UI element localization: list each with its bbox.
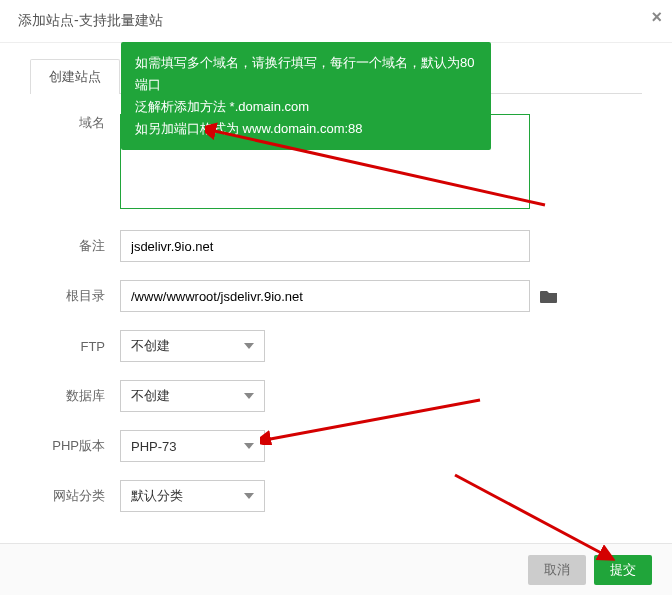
db-select[interactable]: 不创建 bbox=[120, 380, 265, 412]
php-select[interactable]: PHP-73 bbox=[120, 430, 265, 462]
note-input[interactable] bbox=[120, 230, 530, 262]
root-input[interactable] bbox=[120, 280, 530, 312]
category-select[interactable]: 默认分类 bbox=[120, 480, 265, 512]
tooltip-line1: 如需填写多个域名，请换行填写，每行一个域名，默认为80端口 bbox=[135, 52, 477, 96]
modal-footer: 取消 提交 bbox=[0, 543, 672, 595]
row-note: 备注 bbox=[30, 230, 642, 262]
modal-body: 创建站点 如需填写多个域名，请换行填写，每行一个域名，默认为80端口 泛解析添加… bbox=[0, 43, 672, 512]
modal-header: 添加站点-支持批量建站 × bbox=[0, 0, 672, 43]
php-value: PHP-73 bbox=[131, 439, 177, 454]
label-domain: 域名 bbox=[30, 114, 120, 132]
category-value: 默认分类 bbox=[131, 487, 183, 505]
row-php: PHP版本 PHP-73 bbox=[30, 430, 642, 462]
chevron-down-icon bbox=[244, 443, 254, 449]
row-db: 数据库 不创建 bbox=[30, 380, 642, 412]
label-category: 网站分类 bbox=[30, 487, 120, 505]
label-root: 根目录 bbox=[30, 287, 120, 305]
chevron-down-icon bbox=[244, 393, 254, 399]
chevron-down-icon bbox=[244, 343, 254, 349]
modal-title: 添加站点-支持批量建站 bbox=[18, 12, 163, 28]
db-value: 不创建 bbox=[131, 387, 170, 405]
row-category: 网站分类 默认分类 bbox=[30, 480, 642, 512]
tooltip-line2: 泛解析添加方法 *.domain.com bbox=[135, 96, 477, 118]
domain-tooltip: 如需填写多个域名，请换行填写，每行一个域名，默认为80端口 泛解析添加方法 *.… bbox=[121, 42, 491, 150]
tabs: 创建站点 如需填写多个域名，请换行填写，每行一个域名，默认为80端口 泛解析添加… bbox=[30, 58, 642, 94]
row-root: 根目录 bbox=[30, 280, 642, 312]
tooltip-line3: 如另加端口格式为 www.domain.com:88 bbox=[135, 118, 477, 140]
submit-button[interactable]: 提交 bbox=[594, 555, 652, 585]
row-ftp: FTP 不创建 bbox=[30, 330, 642, 362]
close-icon[interactable]: × bbox=[651, 8, 662, 26]
label-note: 备注 bbox=[30, 237, 120, 255]
tab-create-site[interactable]: 创建站点 如需填写多个域名，请换行填写，每行一个域名，默认为80端口 泛解析添加… bbox=[30, 59, 120, 94]
chevron-down-icon bbox=[244, 493, 254, 499]
label-php: PHP版本 bbox=[30, 437, 120, 455]
ftp-value: 不创建 bbox=[131, 337, 170, 355]
folder-icon[interactable] bbox=[540, 289, 558, 303]
label-ftp: FTP bbox=[30, 339, 120, 354]
label-db: 数据库 bbox=[30, 387, 120, 405]
cancel-button[interactable]: 取消 bbox=[528, 555, 586, 585]
tab-label: 创建站点 bbox=[49, 69, 101, 84]
ftp-select[interactable]: 不创建 bbox=[120, 330, 265, 362]
